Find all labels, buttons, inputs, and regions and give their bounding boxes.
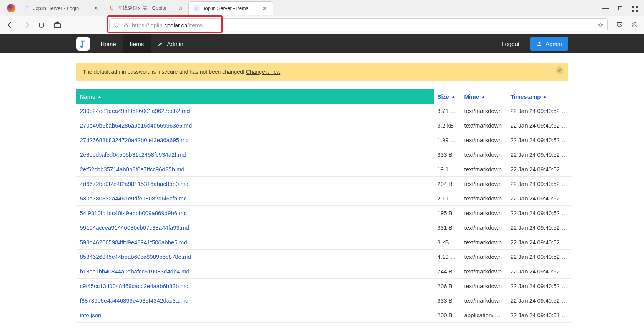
items-table: Name Size Mime Timestamp 230e24e81dca49a…	[76, 89, 572, 328]
nav-admin[interactable]: Admin	[151, 34, 190, 53]
sort-asc-icon	[481, 96, 485, 98]
tab-title: Joplin Server - Items	[203, 5, 259, 11]
close-icon[interactable]: ✕	[556, 66, 564, 74]
item-link[interactable]: c9f45cc13d0048469cacc2e4aab6b33b.md	[80, 283, 189, 289]
table-row: 54f9310fb1dc40f49ebbb009a869d9b6.md195 B…	[76, 206, 572, 220]
item-link[interactable]: 598d462665984ffd9e48941f506abbe5.md	[80, 239, 187, 245]
nav-back-button[interactable]	[5, 20, 16, 30]
table-row: 2ef52cbb35714ab0b8f0e7ffcc96d35b.md19.1 …	[76, 162, 572, 177]
browser-tab[interactable]: Joplin Server - Login ✕	[19, 1, 104, 15]
item-mime-cell: text/markdown	[461, 191, 507, 206]
item-link[interactable]: 8584626845c44b5ab60ca8989b5c878e.md	[80, 253, 191, 260]
window-minimize-button[interactable]: —	[602, 4, 609, 12]
window-maximize-button[interactable]	[618, 6, 622, 10]
table-row: 598d462665984ffd9e48941f506abbe5.md3 kBt…	[76, 235, 572, 250]
item-size-cell: 4.19 kB	[434, 250, 461, 264]
wrench-icon	[158, 41, 164, 47]
browser-tab-active[interactable]: Joplin Server - Items ✕	[188, 1, 273, 15]
item-link[interactable]: 270e49b6bab64286a9d15d4d569963e6.md	[80, 122, 192, 129]
item-size-cell: 3.71 kB	[434, 104, 461, 118]
item-timestamp-cell: 22 Jan 24 09:40:52 (UTC)	[507, 162, 572, 177]
item-name-cell: 2ef52cbb35714ab0b8f0e7ffcc96d35b.md	[76, 162, 434, 177]
browser-toolbar: https://joplin.cpolar.cn/items ☆	[0, 16, 644, 34]
item-link[interactable]: 27d26683b8324720a42b0fef3e36a695.md	[80, 137, 189, 143]
nav-items[interactable]: Items	[123, 34, 151, 53]
nav-forward-button[interactable]	[21, 20, 32, 30]
item-link[interactable]: 2e8eccbaf5d04506b31c2458fc934a2f.md	[80, 151, 186, 158]
column-header-timestamp[interactable]: Timestamp	[507, 89, 572, 104]
extensions-icon[interactable]	[632, 21, 639, 29]
user-icon	[536, 41, 542, 47]
item-name-cell: info.json	[76, 308, 434, 323]
admin-user-button[interactable]: Admin	[530, 37, 568, 51]
item-size-cell: 331 B	[434, 220, 461, 235]
table-row: c9f45cc13d0048469cacc2e4aab6b33b.md206 B…	[76, 279, 572, 293]
table-row: 2e8eccbaf5d04506b31c2458fc934a2f.md333 B…	[76, 147, 572, 162]
window-controls-icon[interactable]	[632, 6, 634, 8]
item-link[interactable]: 59104accea91440080cb07c38a44fa93.md	[80, 224, 189, 231]
column-header-mime[interactable]: Mime	[461, 89, 507, 104]
item-timestamp-cell: 22 Jan 24 09:40:52 (UTC)	[507, 293, 572, 308]
browser-tab[interactable]: C 在线隧道列表 - Cpolar ✕	[104, 1, 188, 15]
item-link[interactable]: b18cb1bb40844a0dbafcc519083d4db4.md	[80, 268, 190, 275]
url-bar[interactable]: https://joplin.cpolar.cn/items ☆	[109, 18, 608, 31]
item-size-cell: 333 B	[434, 147, 461, 162]
sort-asc-icon	[543, 96, 547, 98]
close-icon[interactable]: ✕	[262, 5, 268, 12]
reload-button[interactable]	[36, 20, 47, 30]
logout-link[interactable]: Logout	[495, 34, 526, 53]
item-size-cell: 3 kB	[434, 235, 461, 250]
item-link[interactable]: 4d6672ba0f2e4f2a98115316abac8bb0.md	[80, 181, 189, 187]
url-text: https://joplin.cpolar.cn/items	[132, 22, 203, 28]
item-name-cell: 27d26683b8324720a42b0fef3e36a695.md	[76, 133, 434, 147]
item-link[interactable]: 230e24e81dca49af9526001a9627ecb2.md	[80, 108, 190, 114]
table-row: 4d6672ba0f2e4f2a98115316abac8bb0.md204 B…	[76, 177, 572, 191]
item-size-cell: 19.1 kB	[434, 162, 461, 177]
item-link[interactable]: .resource/2e8eccbaf5d04506b31c2458fc934a…	[80, 326, 202, 328]
table-row: b18cb1bb40844a0dbafcc519083d4db4.md744 B…	[76, 264, 572, 279]
nav-home[interactable]: Home	[94, 34, 123, 53]
shield-icon[interactable]	[113, 22, 120, 28]
item-name-cell: 598d462665984ffd9e48941f506abbe5.md	[76, 235, 434, 250]
cpolar-icon: C	[108, 5, 115, 11]
column-header-name[interactable]: Name	[76, 89, 434, 104]
item-name-cell: 59104accea91440080cb07c38a44fa93.md	[76, 220, 434, 235]
close-icon[interactable]: ✕	[93, 5, 99, 11]
tabs-list-button[interactable]	[592, 5, 592, 11]
item-link[interactable]: 530a780332a4461e9dfe18082d6f6cfb.md	[80, 195, 187, 202]
sort-asc-icon	[98, 96, 102, 98]
pocket-icon[interactable]	[616, 21, 623, 29]
lock-icon[interactable]	[123, 22, 129, 28]
joplin-logo-icon[interactable]	[76, 37, 90, 51]
item-name-cell: .resource/2e8eccbaf5d04506b31c2458fc934a…	[76, 323, 434, 328]
item-name-cell: 2e8eccbaf5d04506b31c2458fc934a2f.md	[76, 147, 434, 162]
bookmark-star-icon[interactable]: ☆	[597, 21, 604, 29]
change-password-link[interactable]: Change it now	[246, 69, 281, 75]
item-timestamp-cell: 22 Jan 24 09:40:52 (UTC)	[507, 206, 572, 220]
item-link[interactable]: 2ef52cbb35714ab0b8f0e7ffcc96d35b.md	[80, 166, 185, 172]
table-row: f88739e5e4a446899e4935f4342dac3a.md333 B…	[76, 293, 572, 308]
home-button[interactable]	[52, 20, 62, 30]
item-link[interactable]: info.json	[80, 312, 102, 318]
item-link[interactable]: f88739e5e4a446899e4935f4342dac3a.md	[80, 297, 189, 304]
svg-point-1	[538, 42, 540, 44]
item-timestamp-cell: 22 Jan 24 09:40:52 (UTC)	[507, 104, 572, 118]
close-icon[interactable]: ✕	[178, 5, 184, 11]
item-size-cell: 744 B	[434, 264, 461, 279]
table-row: 270e49b6bab64286a9d15d4d569963e6.md3.2 k…	[76, 118, 572, 133]
item-link[interactable]: 54f9310fb1dc40f49ebbb009a869d9b6.md	[80, 210, 187, 216]
item-timestamp-cell: 22 Jan 24 09:40:52 (UTC)	[507, 235, 572, 250]
warning-banner: The default admin password is insecure a…	[76, 63, 568, 81]
item-timestamp-cell: 22 Jan 24 09:40:52 (UTC)	[507, 264, 572, 279]
item-mime-cell: text/markdown	[461, 293, 507, 308]
item-timestamp-cell: 22 Jan 24 09:40:51 (UTC)	[507, 308, 572, 323]
column-header-size[interactable]: Size	[434, 89, 461, 104]
new-tab-button[interactable]: +	[275, 2, 287, 14]
item-mime-cell: text/markdown	[461, 177, 507, 191]
table-row: 530a780332a4461e9dfe18082d6f6cfb.md20.1 …	[76, 191, 572, 206]
item-size-cell: 206 B	[434, 279, 461, 293]
tab-title: Joplin Server - Login	[33, 5, 90, 11]
item-timestamp-cell: 22 Jan 24 09:40:52 (UTC)	[507, 177, 572, 191]
item-name-cell: 530a780332a4461e9dfe18082d6f6cfb.md	[76, 191, 434, 206]
item-name-cell: 230e24e81dca49af9526001a9627ecb2.md	[76, 104, 434, 118]
